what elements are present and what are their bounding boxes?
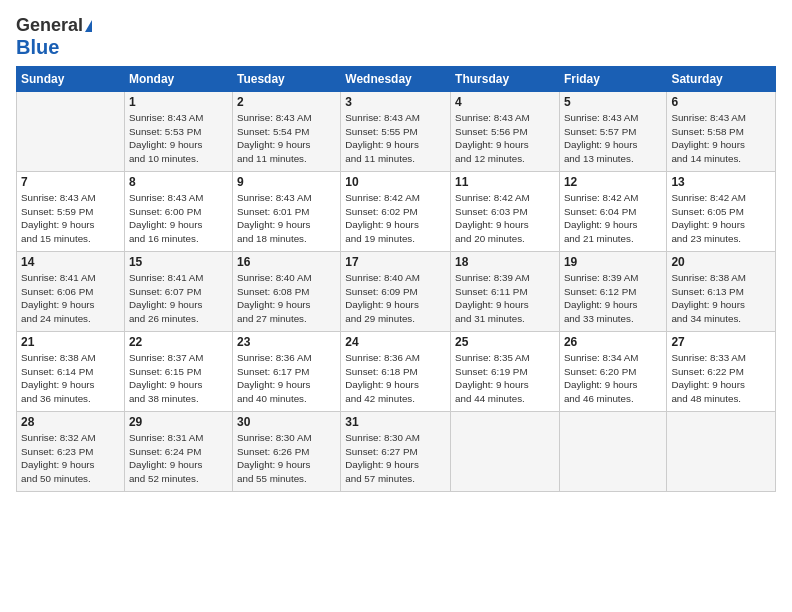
day-number: 4 [455,95,555,109]
day-info: Sunrise: 8:43 AMSunset: 5:54 PMDaylight:… [237,111,336,166]
day-number: 14 [21,255,120,269]
calendar-cell: 2Sunrise: 8:43 AMSunset: 5:54 PMDaylight… [232,91,340,171]
day-number: 22 [129,335,228,349]
day-number: 2 [237,95,336,109]
calendar-cell: 16Sunrise: 8:40 AMSunset: 6:08 PMDayligh… [232,251,340,331]
day-number: 28 [21,415,120,429]
day-info: Sunrise: 8:38 AMSunset: 6:14 PMDaylight:… [21,351,120,406]
calendar-cell: 7Sunrise: 8:43 AMSunset: 5:59 PMDaylight… [17,171,125,251]
calendar-cell [451,411,560,491]
calendar-cell: 6Sunrise: 8:43 AMSunset: 5:58 PMDaylight… [667,91,776,171]
calendar-cell: 12Sunrise: 8:42 AMSunset: 6:04 PMDayligh… [559,171,666,251]
calendar-cell: 21Sunrise: 8:38 AMSunset: 6:14 PMDayligh… [17,331,125,411]
calendar-table: SundayMondayTuesdayWednesdayThursdayFrid… [16,66,776,492]
calendar-week-row: 14Sunrise: 8:41 AMSunset: 6:06 PMDayligh… [17,251,776,331]
calendar-week-row: 21Sunrise: 8:38 AMSunset: 6:14 PMDayligh… [17,331,776,411]
day-info: Sunrise: 8:43 AMSunset: 5:58 PMDaylight:… [671,111,771,166]
calendar-cell: 24Sunrise: 8:36 AMSunset: 6:18 PMDayligh… [341,331,451,411]
calendar-header-row: SundayMondayTuesdayWednesdayThursdayFrid… [17,66,776,91]
col-header-wednesday: Wednesday [341,66,451,91]
calendar-cell: 18Sunrise: 8:39 AMSunset: 6:11 PMDayligh… [451,251,560,331]
day-info: Sunrise: 8:39 AMSunset: 6:12 PMDaylight:… [564,271,662,326]
calendar-cell [667,411,776,491]
day-info: Sunrise: 8:30 AMSunset: 6:26 PMDaylight:… [237,431,336,486]
calendar-cell: 14Sunrise: 8:41 AMSunset: 6:06 PMDayligh… [17,251,125,331]
day-info: Sunrise: 8:39 AMSunset: 6:11 PMDaylight:… [455,271,555,326]
col-header-tuesday: Tuesday [232,66,340,91]
day-number: 3 [345,95,446,109]
day-number: 20 [671,255,771,269]
day-number: 31 [345,415,446,429]
page-header: General Blue [16,12,776,58]
day-info: Sunrise: 8:41 AMSunset: 6:06 PMDaylight:… [21,271,120,326]
day-info: Sunrise: 8:41 AMSunset: 6:07 PMDaylight:… [129,271,228,326]
day-number: 13 [671,175,771,189]
day-number: 25 [455,335,555,349]
calendar-cell: 8Sunrise: 8:43 AMSunset: 6:00 PMDaylight… [124,171,232,251]
day-info: Sunrise: 8:43 AMSunset: 6:01 PMDaylight:… [237,191,336,246]
calendar-cell: 1Sunrise: 8:43 AMSunset: 5:53 PMDaylight… [124,91,232,171]
day-number: 6 [671,95,771,109]
col-header-saturday: Saturday [667,66,776,91]
day-info: Sunrise: 8:37 AMSunset: 6:15 PMDaylight:… [129,351,228,406]
day-info: Sunrise: 8:30 AMSunset: 6:27 PMDaylight:… [345,431,446,486]
day-info: Sunrise: 8:43 AMSunset: 5:55 PMDaylight:… [345,111,446,166]
logo-blue-text: Blue [16,36,59,58]
col-header-thursday: Thursday [451,66,560,91]
day-number: 17 [345,255,446,269]
day-number: 7 [21,175,120,189]
day-number: 21 [21,335,120,349]
calendar-cell [17,91,125,171]
col-header-monday: Monday [124,66,232,91]
logo: General Blue [16,16,92,58]
calendar-cell: 20Sunrise: 8:38 AMSunset: 6:13 PMDayligh… [667,251,776,331]
day-info: Sunrise: 8:36 AMSunset: 6:18 PMDaylight:… [345,351,446,406]
calendar-cell: 19Sunrise: 8:39 AMSunset: 6:12 PMDayligh… [559,251,666,331]
day-info: Sunrise: 8:43 AMSunset: 5:56 PMDaylight:… [455,111,555,166]
day-number: 27 [671,335,771,349]
day-number: 26 [564,335,662,349]
day-number: 5 [564,95,662,109]
day-info: Sunrise: 8:42 AMSunset: 6:02 PMDaylight:… [345,191,446,246]
calendar-cell: 10Sunrise: 8:42 AMSunset: 6:02 PMDayligh… [341,171,451,251]
logo-text: General [16,16,92,36]
day-info: Sunrise: 8:33 AMSunset: 6:22 PMDaylight:… [671,351,771,406]
day-info: Sunrise: 8:43 AMSunset: 5:59 PMDaylight:… [21,191,120,246]
calendar-cell: 23Sunrise: 8:36 AMSunset: 6:17 PMDayligh… [232,331,340,411]
day-info: Sunrise: 8:34 AMSunset: 6:20 PMDaylight:… [564,351,662,406]
calendar-week-row: 28Sunrise: 8:32 AMSunset: 6:23 PMDayligh… [17,411,776,491]
calendar-cell: 31Sunrise: 8:30 AMSunset: 6:27 PMDayligh… [341,411,451,491]
day-info: Sunrise: 8:42 AMSunset: 6:04 PMDaylight:… [564,191,662,246]
calendar-cell: 26Sunrise: 8:34 AMSunset: 6:20 PMDayligh… [559,331,666,411]
day-number: 18 [455,255,555,269]
calendar-cell: 5Sunrise: 8:43 AMSunset: 5:57 PMDaylight… [559,91,666,171]
day-number: 11 [455,175,555,189]
day-number: 8 [129,175,228,189]
day-info: Sunrise: 8:43 AMSunset: 6:00 PMDaylight:… [129,191,228,246]
day-number: 23 [237,335,336,349]
col-header-friday: Friday [559,66,666,91]
day-number: 12 [564,175,662,189]
calendar-cell: 13Sunrise: 8:42 AMSunset: 6:05 PMDayligh… [667,171,776,251]
day-info: Sunrise: 8:40 AMSunset: 6:09 PMDaylight:… [345,271,446,326]
day-number: 1 [129,95,228,109]
day-info: Sunrise: 8:38 AMSunset: 6:13 PMDaylight:… [671,271,771,326]
day-number: 10 [345,175,446,189]
day-number: 15 [129,255,228,269]
day-number: 24 [345,335,446,349]
calendar-cell: 4Sunrise: 8:43 AMSunset: 5:56 PMDaylight… [451,91,560,171]
day-info: Sunrise: 8:42 AMSunset: 6:03 PMDaylight:… [455,191,555,246]
day-info: Sunrise: 8:42 AMSunset: 6:05 PMDaylight:… [671,191,771,246]
calendar-cell [559,411,666,491]
day-info: Sunrise: 8:40 AMSunset: 6:08 PMDaylight:… [237,271,336,326]
calendar-cell: 22Sunrise: 8:37 AMSunset: 6:15 PMDayligh… [124,331,232,411]
page-container: General Blue SundayMondayTuesdayWednesda… [0,0,792,500]
day-info: Sunrise: 8:35 AMSunset: 6:19 PMDaylight:… [455,351,555,406]
day-info: Sunrise: 8:43 AMSunset: 5:57 PMDaylight:… [564,111,662,166]
day-number: 19 [564,255,662,269]
day-number: 30 [237,415,336,429]
day-info: Sunrise: 8:32 AMSunset: 6:23 PMDaylight:… [21,431,120,486]
calendar-week-row: 1Sunrise: 8:43 AMSunset: 5:53 PMDaylight… [17,91,776,171]
calendar-cell: 15Sunrise: 8:41 AMSunset: 6:07 PMDayligh… [124,251,232,331]
calendar-cell: 30Sunrise: 8:30 AMSunset: 6:26 PMDayligh… [232,411,340,491]
